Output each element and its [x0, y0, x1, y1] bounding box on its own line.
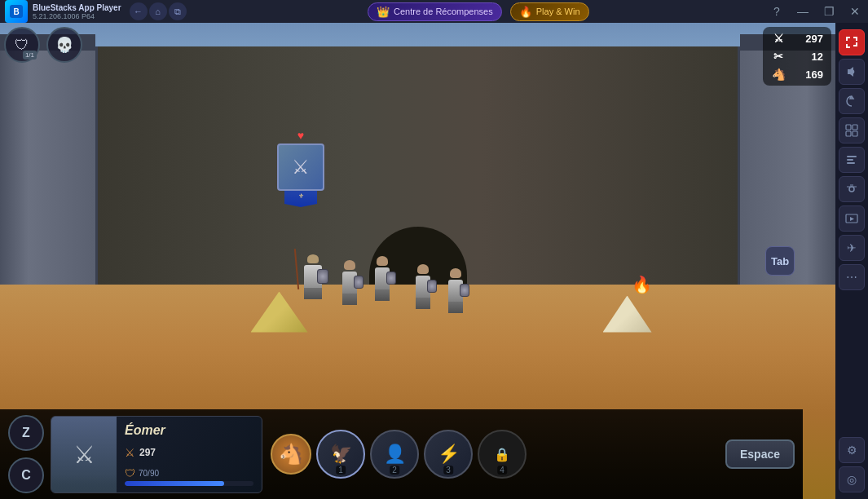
svg-rect-4: [846, 131, 851, 136]
minimize-button[interactable]: —: [790, 0, 816, 23]
top-left-panel: 🛡 1/1 💀: [4, 27, 82, 63]
media-button[interactable]: [839, 205, 865, 232]
skill-slot-4[interactable]: 🔒 4: [478, 430, 527, 479]
xp-label: 🛡 70/90: [125, 467, 253, 479]
svg-rect-6: [847, 156, 857, 157]
multi-instance-button[interactable]: [839, 117, 865, 144]
play-win-label: Play & Win: [536, 7, 580, 16]
hero-art: ⚔: [51, 417, 117, 492]
hero-info: Éomer ⚔ 297 🛡 70/90: [117, 417, 262, 492]
espace-button[interactable]: Espace: [725, 439, 795, 469]
svg-point-9: [849, 187, 854, 192]
z-action-button[interactable]: Z: [8, 415, 44, 451]
play-win-button[interactable]: 🔥 Play & Win: [510, 2, 589, 21]
svg-text:B: B: [13, 7, 19, 16]
screenshot-button[interactable]: [839, 176, 865, 202]
right-sidebar: ✈ ⋯ ⚙ ◎: [835, 23, 868, 499]
resource-panel: ⚔ 297 ✂ 12 🐴 169: [763, 27, 831, 86]
horse-count: 169: [791, 68, 823, 81]
svg-rect-5: [853, 131, 857, 136]
skill-slot-2[interactable]: 👤 2: [370, 430, 419, 479]
skill-2-num: 2: [390, 466, 399, 475]
nav-buttons: ← ⌂ ⧉: [130, 2, 187, 20]
app-name: BlueStacks App Player: [33, 3, 121, 12]
attack-value: 297: [139, 447, 156, 458]
app-icon: B: [5, 0, 28, 23]
rotate-button[interactable]: [839, 88, 865, 114]
scissors-count: 12: [791, 51, 823, 63]
tab-button[interactable]: Tab: [765, 246, 795, 276]
bottom-hud: Z C ⚔ Éomer ⚔ 297 🛡 70/90: [0, 409, 803, 499]
reward-center-button[interactable]: 👑 Centre de Récompenses: [368, 2, 502, 21]
mount-slot[interactable]: 🐴: [271, 434, 311, 475]
fullscreen-button[interactable]: [839, 29, 865, 55]
soldier-5: [443, 268, 468, 313]
settings-button[interactable]: ⚙: [839, 437, 865, 463]
horse-icon: 🐴: [771, 67, 786, 82]
nav-back-button[interactable]: ←: [130, 2, 148, 20]
heart-icon: ♥: [297, 129, 304, 142]
more-button[interactable]: ⋯: [839, 264, 865, 290]
portrait-banner: ⚜: [284, 191, 317, 207]
soldier-lead: [301, 254, 325, 299]
xp-bar-fill: [125, 481, 224, 486]
center-buttons: 👑 Centre de Récompenses 🔥 Play & Win: [193, 2, 764, 21]
flame-icon: 🔥: [519, 6, 532, 18]
titlebar: B BlueStacks App Player 5.21.206.1006 P6…: [0, 0, 868, 23]
crown-icon: 👑: [377, 6, 390, 18]
skill-slot-1[interactable]: 🦅 1: [316, 430, 365, 479]
tab-button-area: Tab: [765, 243, 795, 279]
hero-card: ⚔ Éomer ⚔ 297 🛡 70/90: [51, 416, 262, 493]
soldier-2: [337, 260, 362, 305]
skill-3-num: 3: [443, 466, 453, 475]
svg-rect-3: [853, 125, 857, 130]
skull-icon-btn[interactable]: 💀: [46, 27, 82, 63]
c-action-button[interactable]: C: [8, 457, 44, 493]
svg-rect-2: [846, 125, 851, 130]
volume-button[interactable]: [839, 59, 865, 85]
hero-portrait[interactable]: ♥ ⚜: [277, 129, 324, 207]
app-version: 5.21.206.1006 P64: [33, 12, 121, 20]
swords-resource-row: ⚔ 297: [771, 31, 823, 46]
hero-name: Éomer: [125, 423, 253, 438]
nav-home-button[interactable]: ⌂: [149, 2, 167, 20]
hero-xp: 🛡 70/90: [125, 467, 253, 486]
soldier-4: [411, 264, 435, 309]
shield-icon-btn[interactable]: 🛡 1/1: [4, 27, 40, 63]
bottom-action-area: Z C: [8, 415, 44, 493]
scissors-icon: ✂: [771, 49, 786, 64]
restore-button[interactable]: ❐: [816, 0, 842, 23]
lock-icon: 🔒: [494, 447, 510, 462]
xp-bar-track: [125, 481, 253, 486]
eco-button[interactable]: ◎: [839, 466, 865, 492]
horse-resource-row: 🐴 169: [771, 67, 823, 82]
help-button[interactable]: ?: [764, 0, 790, 23]
shield-stat-icon: 🛡: [125, 467, 135, 479]
airplane-button[interactable]: ✈: [839, 235, 865, 261]
scissors-resource-row: ✂ 12: [771, 49, 823, 64]
soldier-group: [301, 252, 329, 299]
game-area: 🔥 🛡 1/1 💀 ⚔ 297 ✂ 12 🐴 169 ♥ ⚜: [0, 23, 835, 499]
fire-decoration: 🔥: [632, 275, 652, 294]
skill-1-num: 1: [336, 466, 346, 475]
swords-icon: ⚔: [771, 31, 786, 46]
app-info: BlueStacks App Player 5.21.206.1006 P64: [33, 3, 121, 20]
attack-icon: ⚔: [125, 446, 135, 459]
portrait-frame: [277, 144, 324, 191]
skill-slot-3[interactable]: ⚡ 3: [424, 430, 473, 479]
shield-badge: 1/1: [23, 51, 37, 60]
nav-clone-button[interactable]: ⧉: [169, 2, 187, 20]
skill-slots: 🐴 🦅 1 👤 2 ⚡ 3 🔒 4: [271, 430, 527, 479]
swords-count: 297: [791, 33, 823, 45]
macro-button[interactable]: [839, 147, 865, 173]
xp-text: 70/90: [139, 469, 159, 478]
close-button[interactable]: ✕: [842, 0, 868, 23]
svg-rect-8: [847, 162, 855, 164]
hero-attack-stat: ⚔ 297: [125, 446, 253, 459]
svg-rect-7: [847, 159, 853, 161]
skill-4-num: 4: [497, 466, 507, 475]
reward-center-label: Centre de Récompenses: [394, 7, 493, 16]
soldier-3: [370, 256, 394, 301]
